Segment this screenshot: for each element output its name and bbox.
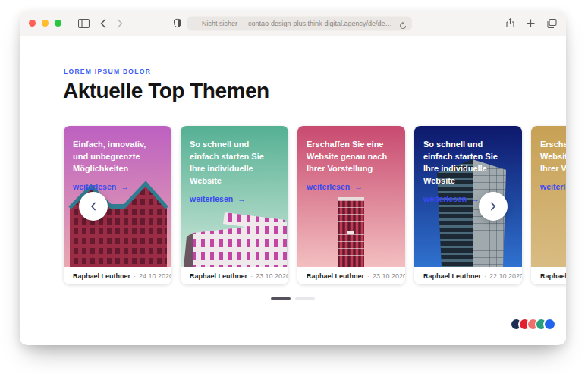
read-more-link[interactable]: weiterlesen→ <box>423 194 480 203</box>
zoom-window-button[interactable] <box>55 20 61 27</box>
brand-logo-circles[interactable] <box>510 318 556 331</box>
news-card[interactable]: Erschaffen Sie eine Website genau nach I… <box>297 126 405 284</box>
forward-icon[interactable] <box>117 19 123 28</box>
privacy-shield-icon[interactable] <box>174 19 181 28</box>
logo-circle <box>543 318 556 331</box>
card-author: Raphael Leuthner <box>307 272 364 280</box>
card-author: Raphael Leuthner <box>423 272 481 280</box>
address-text: Nicht sicher — contao-design-plus.think-… <box>202 20 398 27</box>
page-title: Aktuelle Top Themen <box>63 79 269 103</box>
page-content: LOREM IPSUM DOLOR Aktuelle Top Themen Ei… <box>20 36 566 344</box>
tab-overview-icon[interactable] <box>547 19 557 28</box>
arrow-right-icon: → <box>354 182 363 191</box>
card-title: Erschaffen Sie eine Website genau nach I… <box>307 139 396 175</box>
card-title: So schnell und einfach starten Sie Ihre … <box>190 139 279 187</box>
carousel-prev-button[interactable] <box>79 192 108 221</box>
read-more-link[interactable]: weiterlesen→ <box>540 182 566 191</box>
building-photo-white-angular <box>181 211 288 267</box>
share-icon[interactable] <box>506 18 514 28</box>
address-bar[interactable]: Nicht sicher — contao-design-plus.think-… <box>187 16 412 30</box>
pagination-bar[interactable] <box>295 297 315 300</box>
arrow-right-icon: → <box>471 194 480 203</box>
card-footer: Raphael Leuthner · 22.10.2020 <box>414 267 522 284</box>
arrow-right-icon: → <box>237 194 246 203</box>
minimize-window-button[interactable] <box>42 20 49 27</box>
news-card[interactable]: So schnell und einfach starten Sie Ihre … <box>181 126 288 284</box>
card-footer: Raphael Leuthner · 24.10.2020 <box>64 267 171 284</box>
browser-titlebar: Nicht sicher — contao-design-plus.think-… <box>20 11 566 36</box>
card-date: 22.10.2020 <box>489 272 522 280</box>
card-title: So schnell und einfach starten Sie Ihre … <box>423 139 513 187</box>
read-more-link[interactable]: weiterlesen→ <box>307 182 363 191</box>
reload-icon[interactable] <box>399 19 407 33</box>
carousel-pagination <box>271 297 315 300</box>
card-author: Raphael Leuthner <box>73 272 130 280</box>
news-card[interactable]: Erschaffen Sie eine Website genau nach I… <box>531 126 566 284</box>
chevron-right-icon <box>490 202 496 211</box>
back-icon[interactable] <box>100 19 106 28</box>
card-author: Raphael Leuthner <box>540 272 566 280</box>
card-date: 23.10.2020 <box>256 272 288 280</box>
read-more-link[interactable]: weiterlesen→ <box>190 194 246 203</box>
chevron-left-icon <box>90 202 96 211</box>
card-footer: Raphael Leuthner · 23.10.2020 <box>181 267 288 284</box>
pagination-bar-active[interactable] <box>271 297 291 300</box>
section-eyebrow: LOREM IPSUM DOLOR <box>64 68 151 75</box>
card-author: Raphael Leuthner <box>190 272 247 280</box>
card-title: Erschaffen Sie eine Website genau nach I… <box>540 139 566 175</box>
new-tab-icon[interactable] <box>527 19 535 27</box>
card-footer: Raphael Leuthner · 23.10.2020 <box>297 267 405 284</box>
read-more-link[interactable]: weiterlesen→ <box>73 182 129 191</box>
card-date: 23.10.2020 <box>373 272 405 280</box>
building-photo-red-tower <box>297 194 405 267</box>
carousel-next-button[interactable] <box>479 192 508 221</box>
sidebar-toggle-icon[interactable] <box>78 19 90 28</box>
card-title: Einfach, innovativ, und unbegrenzte Mögl… <box>73 139 162 175</box>
close-window-button[interactable] <box>29 20 36 27</box>
browser-window: Nicht sicher — contao-design-plus.think-… <box>20 11 566 345</box>
card-footer: Raphael Leuthner <box>531 267 566 284</box>
arrow-right-icon: → <box>121 182 129 191</box>
card-date: 24.10.2020 <box>139 272 171 280</box>
